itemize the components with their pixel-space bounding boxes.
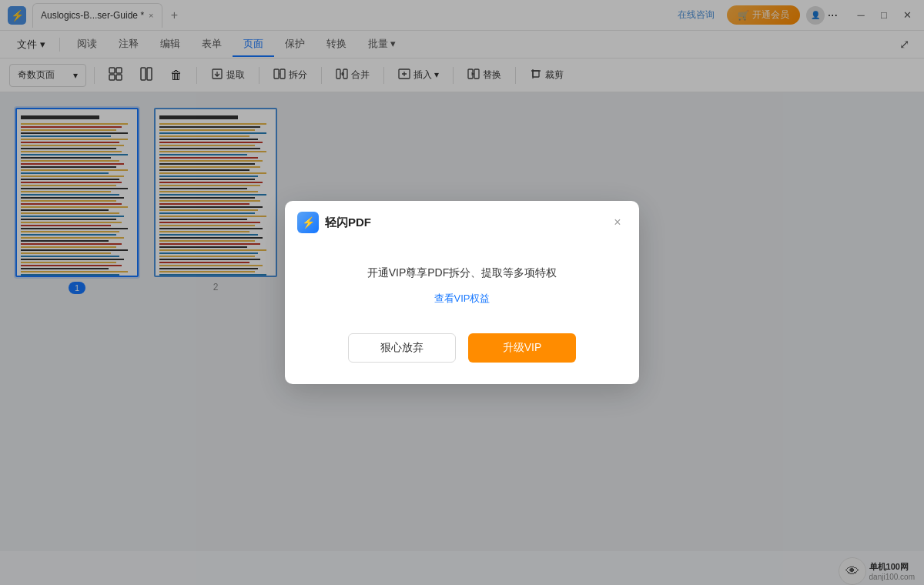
cancel-button[interactable]: 狠心放弃 [348, 333, 456, 363]
modal-description: 开通VIP尊享PDF拆分、提取等多项特权 [316, 264, 608, 281]
upgrade-vip-button[interactable]: 升级VIP [468, 333, 576, 363]
modal-title: 轻闪PDF [325, 216, 371, 230]
modal-vip-link[interactable]: 查看VIP权益 [434, 292, 490, 304]
modal-close-button[interactable]: × [608, 213, 627, 232]
modal-app-logo: ⚡ [297, 212, 319, 233]
modal-body: 开通VIP尊享PDF拆分、提取等多项特权 查看VIP权益 [285, 241, 639, 320]
modal-overlay: ⚡ 轻闪PDF × 开通VIP尊享PDF拆分、提取等多项特权 查看VIP权益 狠… [0, 0, 924, 585]
svg-text:⚡: ⚡ [302, 216, 316, 229]
modal-footer: 狠心放弃 升级VIP [285, 321, 639, 384]
vip-modal: ⚡ 轻闪PDF × 开通VIP尊享PDF拆分、提取等多项特权 查看VIP权益 狠… [285, 201, 639, 383]
modal-header: ⚡ 轻闪PDF × [285, 201, 639, 241]
